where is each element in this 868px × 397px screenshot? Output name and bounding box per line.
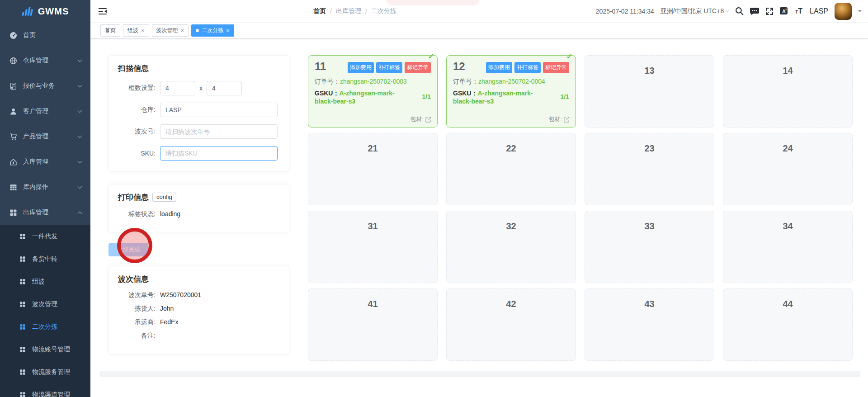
sidebar-subitem-dropship[interactable]: 一件代发 xyxy=(0,225,90,248)
sort-cell-empty[interactable]: 21 xyxy=(308,133,438,205)
sidebar-subitem-wave-mgmt[interactable]: 波次管理 xyxy=(0,293,90,316)
cell-number: 34 xyxy=(723,221,852,232)
cell-number: 23 xyxy=(585,143,714,154)
sidebar-item-warehouse-ops[interactable]: 库内操作 xyxy=(0,175,90,200)
sidebar-collapse-icon[interactable] xyxy=(98,7,107,15)
order-number: zhangsan-250702-0003 xyxy=(340,78,407,85)
page-content: 扫描信息 框数设置: x 仓库: 波次号: SKU: 打 xyxy=(90,39,868,397)
sidebar-subitem-group-wave[interactable]: 组波 xyxy=(0,270,90,293)
tab-wave-mgmt[interactable]: 波次管理 × xyxy=(152,24,189,37)
sort-cell-empty[interactable]: 24 xyxy=(723,133,853,205)
cell-number: 12 xyxy=(453,61,465,72)
font-size-icon[interactable]: TT xyxy=(795,8,802,15)
config-button[interactable]: config xyxy=(152,193,176,202)
cell-number: 33 xyxy=(585,221,714,232)
avatar[interactable] xyxy=(835,3,852,20)
globe-icon xyxy=(9,57,17,65)
sidebar-subitem-stock-transfer[interactable]: 备货中转 xyxy=(0,248,90,270)
chevron-down-icon xyxy=(78,83,82,88)
frame-separator: x xyxy=(195,85,207,92)
squares-icon xyxy=(19,369,26,375)
sidebar-item-home[interactable]: 首页 xyxy=(0,23,90,48)
progress-count: 1/1 xyxy=(422,93,431,100)
reprint-label-button[interactable]: 补打标签 xyxy=(376,62,402,73)
picker-value: John xyxy=(160,302,174,315)
add-fee-button[interactable]: 添加费用 xyxy=(348,62,374,73)
edit-icon[interactable] xyxy=(425,117,431,123)
sort-cell-empty[interactable]: 32 xyxy=(446,211,576,283)
fullscreen-icon[interactable] xyxy=(765,7,774,15)
wave-panel-title: 波次信息 xyxy=(118,274,280,284)
horizontal-scrollbar[interactable] xyxy=(100,371,860,377)
sidebar-subitem-secondary-sorting[interactable]: 二次分拣 xyxy=(0,316,90,338)
close-icon[interactable]: × xyxy=(226,28,230,33)
frame-rows-input[interactable] xyxy=(160,81,195,95)
sidebar-subitem-logistics-channel[interactable]: 物流渠道管理 xyxy=(0,383,90,397)
chevron-down-icon xyxy=(78,184,82,189)
sidebar: GWMS 首页 仓库管理 报价与业务 客户管理 产品管理 xyxy=(0,0,90,397)
cell-number: 11 xyxy=(315,61,326,72)
scan-info-panel: 扫描信息 框数设置: x 仓库: 波次号: SKU: xyxy=(108,55,289,172)
sidebar-subitem-logistics-account[interactable]: 物流账号管理 xyxy=(0,338,90,361)
timezone-selector[interactable]: 亚洲/中国/北京 UTC+8 xyxy=(660,7,729,15)
carrier-label: 承运商: xyxy=(118,315,160,329)
search-icon[interactable] xyxy=(735,7,744,15)
sort-cell-empty[interactable]: 31 xyxy=(308,211,438,283)
breadcrumb-section[interactable]: 出库管理 xyxy=(336,7,361,15)
order-label: 订单号： xyxy=(453,78,478,85)
sidebar-item-warehouse-mgmt[interactable]: 仓库管理 xyxy=(0,48,90,73)
squares-icon xyxy=(19,324,26,330)
wave-info-panel: 波次信息 波次单号: W2507020001 拣货人: John 承运商: Fe… xyxy=(108,266,289,354)
reprint-label-button[interactable]: 补打标签 xyxy=(514,62,541,73)
breadcrumb-current: 二次分拣 xyxy=(371,7,396,15)
sort-cell-empty[interactable]: 41 xyxy=(308,288,438,361)
chevron-down-icon xyxy=(78,58,82,62)
sort-cell-empty[interactable]: 13 xyxy=(585,55,714,128)
sort-cell-occupied[interactable]: ✓12添加费用补打标签标记异常订单号：zhangsan-250702-0004G… xyxy=(446,55,576,128)
sort-cell-empty[interactable]: 34 xyxy=(723,211,853,283)
warehouse-label: 仓库: xyxy=(118,106,160,114)
order-label: 订单号： xyxy=(315,78,340,85)
mark-abnormal-button[interactable]: 标记异常 xyxy=(543,62,569,73)
message-icon[interactable] xyxy=(750,7,759,15)
sku-input[interactable] xyxy=(160,146,278,161)
tab-group-wave[interactable]: 组波 × xyxy=(123,24,149,37)
frame-cols-input[interactable] xyxy=(207,81,242,95)
sidebar-item-quotes-business[interactable]: 报价与业务 xyxy=(0,73,90,99)
tab-secondary-sorting[interactable]: 二次分拣 × xyxy=(191,24,234,37)
check-icon: ✓ xyxy=(566,51,573,61)
sort-cell-empty[interactable]: 33 xyxy=(585,211,714,283)
user-menu-caret-icon[interactable] xyxy=(858,10,862,12)
svg-text:x: x xyxy=(785,8,787,11)
dashboard-icon xyxy=(9,32,17,39)
sort-cell-empty[interactable]: 44 xyxy=(723,288,853,361)
sidebar-item-outbound-mgmt[interactable]: 出库管理 xyxy=(0,200,90,225)
sidebar-item-customer-mgmt[interactable]: 客户管理 xyxy=(0,99,90,124)
translate-icon[interactable]: Ax xyxy=(780,7,789,15)
mark-abnormal-button[interactable]: 标记异常 xyxy=(405,62,431,73)
sort-cell-empty[interactable]: 43 xyxy=(585,288,714,361)
tab-home[interactable]: 首页 xyxy=(100,24,120,37)
squares-icon xyxy=(19,279,26,285)
warehouse-input[interactable] xyxy=(160,103,278,117)
pack-material-label: 包材: xyxy=(548,115,562,123)
close-icon[interactable]: × xyxy=(141,28,145,33)
sort-cell-empty[interactable]: 22 xyxy=(446,133,576,205)
edit-icon[interactable] xyxy=(564,117,570,123)
complete-all-button[interactable]: 全部完成 xyxy=(108,243,148,256)
sort-cell-empty[interactable]: 14 xyxy=(723,55,853,128)
sort-cell-occupied[interactable]: ✓11添加费用补打标签标记异常订单号：zhangsan-250702-0003G… xyxy=(308,55,438,128)
sort-cell-empty[interactable]: 42 xyxy=(446,288,576,361)
add-fee-button[interactable]: 添加费用 xyxy=(486,62,512,73)
chevron-down-icon xyxy=(78,159,82,164)
sku-label: SKU: xyxy=(118,150,160,157)
sort-cell-empty[interactable]: 23 xyxy=(585,133,714,205)
close-icon[interactable]: × xyxy=(181,28,184,33)
sidebar-item-product-mgmt[interactable]: 产品管理 xyxy=(0,124,90,149)
sidebar-item-inbound-mgmt[interactable]: 入库管理 xyxy=(0,149,90,175)
breadcrumb-home[interactable]: 首页 xyxy=(313,7,326,15)
cell-number: 31 xyxy=(308,221,437,232)
pack-material-label: 包材: xyxy=(410,115,424,123)
wave-number-input[interactable] xyxy=(160,124,278,139)
sidebar-subitem-logistics-service[interactable]: 物流服务管理 xyxy=(0,361,90,383)
